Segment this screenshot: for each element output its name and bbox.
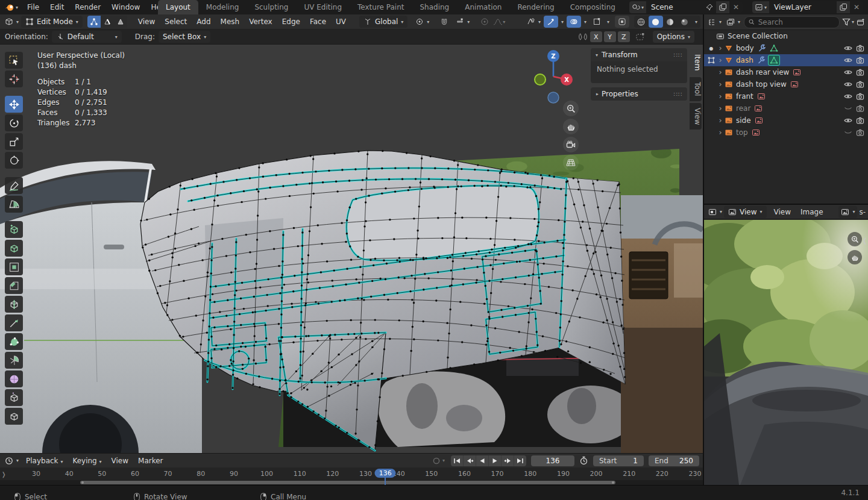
timeline-menu-playback[interactable]: Playback ▾ xyxy=(21,457,68,465)
next-keyframe-button[interactable] xyxy=(502,455,514,466)
new-scene-icon[interactable] xyxy=(716,1,729,13)
image-data-icon[interactable] xyxy=(793,68,801,77)
remove-viewlayer-icon[interactable]: ✕ xyxy=(850,3,863,11)
outliner-filter-button[interactable]: ▾ xyxy=(842,18,854,26)
snap-with-dropdown[interactable]: ▾ xyxy=(451,16,474,28)
perspective-toggle-button[interactable] xyxy=(563,155,579,170)
navigation-gizmo[interactable]: Z X xyxy=(530,49,579,105)
visibility-eye-closed-icon[interactable] xyxy=(844,104,852,113)
viewport-canvas[interactable]: x="0 0 18 18">x="0 0 18 18"> User Perspe… xyxy=(0,45,703,453)
viewlayer-name[interactable]: ViewLayer xyxy=(769,3,837,11)
tool-annotate[interactable] xyxy=(5,177,23,194)
auto-keying-toggle[interactable]: ▾ xyxy=(432,457,445,465)
viewport-menu-uv[interactable]: UV xyxy=(331,17,351,26)
panel-drag-handle[interactable]: ∷∷ xyxy=(673,91,682,98)
outliner-display-mode-button[interactable]: ▾ xyxy=(706,16,723,28)
tool-inset-faces[interactable] xyxy=(5,258,23,275)
use-preview-range-toggle[interactable] xyxy=(579,456,588,465)
vertex-select-button[interactable] xyxy=(87,16,101,28)
image-pan-button[interactable] xyxy=(848,250,862,264)
tool-knife[interactable] xyxy=(5,314,23,331)
frame-end-field[interactable]: End250 xyxy=(649,455,699,466)
panel-drag-handle[interactable]: ∷∷ xyxy=(673,52,682,58)
tool-scale[interactable] xyxy=(5,133,23,150)
image-mode-dropdown[interactable]: View▾ xyxy=(724,206,767,218)
image-datablock-name[interactable]: s- xyxy=(859,208,866,216)
expand-arrow[interactable]: › xyxy=(716,102,725,114)
image-editor-canvas[interactable]: ❬ xyxy=(704,220,868,485)
render-visibility-camera-icon[interactable] xyxy=(856,92,864,101)
visibility-eye-icon[interactable] xyxy=(844,80,852,89)
tool-edge-slide[interactable]: x="0 0 18 18"> xyxy=(5,389,23,406)
tool-poly-build[interactable] xyxy=(5,333,23,350)
tool-bevel[interactable] xyxy=(5,277,23,294)
new-collection-icon[interactable] xyxy=(857,18,866,27)
drag-value-dropdown[interactable]: Select Box▾ xyxy=(159,31,210,43)
viewport-menu-vertex[interactable]: Vertex xyxy=(244,17,277,26)
rendered-shading-button[interactable] xyxy=(678,16,692,28)
outliner-row-scene-collection[interactable]: Scene Collection xyxy=(704,30,868,42)
jump-to-end-button[interactable] xyxy=(514,455,526,466)
play-button[interactable] xyxy=(489,455,502,466)
tool-smooth[interactable] xyxy=(5,370,23,387)
mesh-data-icon[interactable] xyxy=(770,44,778,52)
workspace-tab-layout[interactable]: Layout xyxy=(158,0,198,14)
edge-select-button[interactable] xyxy=(101,16,114,28)
menu-window[interactable]: Window xyxy=(106,3,145,11)
modifier-wrench-icon[interactable] xyxy=(758,44,766,52)
tool-tweak-select[interactable] xyxy=(5,52,23,69)
visibility-eye-icon[interactable] xyxy=(844,116,852,125)
current-frame-field[interactable]: 136 xyxy=(531,455,574,466)
image-data-icon[interactable] xyxy=(754,104,763,113)
tool-rip-region[interactable] xyxy=(5,408,23,425)
outliner-row-top[interactable]: ›top xyxy=(704,127,868,139)
image-data-icon[interactable] xyxy=(757,92,766,101)
viewport-menu-add[interactable]: Add xyxy=(192,17,215,26)
expand-arrow[interactable]: › xyxy=(716,90,725,102)
expand-arrow[interactable]: › xyxy=(716,78,725,90)
visibility-eye-icon[interactable] xyxy=(844,92,852,101)
render-visibility-camera-icon[interactable] xyxy=(856,104,864,113)
camera-view-button[interactable] xyxy=(563,137,579,152)
snap-magnet-icon[interactable] xyxy=(437,16,451,28)
expand-arrow[interactable]: › xyxy=(716,42,725,54)
playhead-line[interactable] xyxy=(385,478,386,485)
new-viewlayer-icon[interactable] xyxy=(837,1,850,13)
solid-shading-button[interactable] xyxy=(649,16,663,28)
mesh-edit-overlay-dropdown[interactable] xyxy=(590,16,604,28)
workspace-tab-compositing[interactable]: Compositing xyxy=(562,0,623,14)
options-dropdown[interactable]: Options▾ xyxy=(653,31,694,43)
menu-edit[interactable]: Edit xyxy=(45,3,69,11)
render-visibility-camera-icon[interactable] xyxy=(856,68,864,77)
outliner-filter-type-button[interactable]: ▾ xyxy=(725,16,741,28)
pivot-point-dropdown[interactable]: ▾ xyxy=(411,16,433,28)
image-data-icon[interactable] xyxy=(790,80,799,89)
mirror-y-button[interactable]: Y xyxy=(604,31,616,42)
viewport-menu-select[interactable]: Select xyxy=(160,17,192,26)
workspace-tab-shading[interactable]: Shading xyxy=(412,0,457,14)
modifier-wrench-icon[interactable] xyxy=(757,56,766,64)
transform-orientation-dropdown[interactable]: Global▾ xyxy=(359,16,407,28)
jump-to-start-button[interactable] xyxy=(451,455,464,466)
frame-start-field[interactable]: Start1 xyxy=(593,455,644,466)
workspace-tab-sculpting[interactable]: Sculpting xyxy=(247,0,296,14)
image-datablock-button[interactable]: ▾ xyxy=(838,206,857,218)
scene-name[interactable]: Scene xyxy=(646,3,705,11)
blender-logo-menu[interactable]: ▾ xyxy=(0,3,22,11)
image-editor-menu-image[interactable]: Image xyxy=(796,208,828,216)
visibility-eye-icon[interactable] xyxy=(844,56,852,64)
properties-panel-header[interactable]: ▾ Properties ∷∷ xyxy=(591,87,687,101)
timeline-expand-arrow[interactable]: ❭ xyxy=(1,471,6,478)
play-reverse-button[interactable] xyxy=(476,455,489,466)
visibility-eye-icon[interactable] xyxy=(844,68,852,77)
viewport-menu-view[interactable]: View xyxy=(133,17,160,26)
image-editor-type-button[interactable]: ▾ xyxy=(706,206,724,218)
menu-render[interactable]: Render xyxy=(69,3,106,11)
outliner-row-dash-rear-view[interactable]: ›dash rear view xyxy=(704,66,868,78)
xray-toggle[interactable] xyxy=(615,16,629,28)
tool-move[interactable] xyxy=(5,96,23,113)
timeline-menu-keying[interactable]: Keying ▾ xyxy=(68,457,106,465)
workspace-tab-uv-editing[interactable]: UV Editing xyxy=(296,0,350,14)
outliner-row-body[interactable]: ●›body xyxy=(704,42,868,54)
menu-file[interactable]: File xyxy=(22,3,45,11)
